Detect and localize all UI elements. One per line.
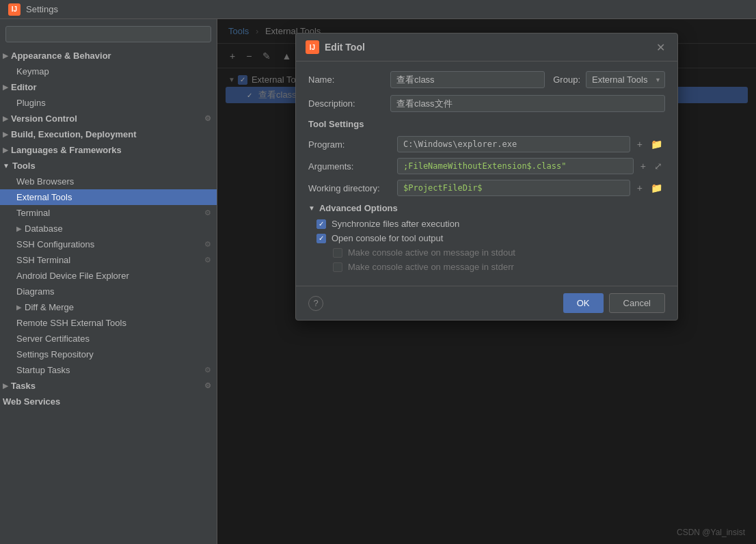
arrow-icon: ▶ [3,52,8,59]
dialog-title: Edit Tool [325,42,653,53]
sidebar-item-label: Plugins [16,98,46,108]
arguments-actions: + ⤢ [638,159,665,173]
group-select-wrapper: External Tools [586,71,665,88]
dialog-close-button[interactable]: ✕ [653,41,668,54]
make-active-stdout-label: Make console active on message in stdout [348,247,515,258]
arguments-input[interactable] [397,158,634,174]
sync-files-checkbox[interactable]: ✓ [316,219,326,229]
search-input[interactable] [5,26,211,42]
sidebar-item-label: Diagrams [16,286,55,297]
sidebar-item-diff-merge[interactable]: ▶ Diff & Merge [0,299,217,315]
dialog-header: IJ Edit Tool ✕ [296,33,677,62]
sidebar-item-editor[interactable]: ▶ Editor [0,79,217,95]
sidebar-item-terminal[interactable]: Terminal ⚙ [0,205,217,221]
sidebar-item-label: Web Services [3,396,60,407]
sidebar-item-tasks[interactable]: ▶ Tasks ⚙ [0,378,217,394]
sidebar-item-label: Tools [12,161,36,171]
edit-tool-dialog: IJ Edit Tool ✕ Name: Group: [295,33,678,321]
arrow-icon: ▼ [3,162,10,169]
app-title: Settings [26,4,58,14]
content-area: Tools › External Tools + − ✎ ▲ ▼ ⧉ ▼ ✓ E… [217,19,756,544]
open-console-checkbox[interactable]: ✓ [316,234,326,243]
sidebar-item-database[interactable]: ▶ Database [0,221,217,236]
program-add-button[interactable]: + [634,137,645,151]
program-label: Program: [308,139,397,150]
sidebar-item-remote-ssh[interactable]: Remote SSH External Tools [0,315,217,331]
sidebar-item-label: Appearance & Behavior [11,51,111,61]
ok-button[interactable]: OK [563,293,604,313]
sidebar-item-label: Database [25,223,63,234]
working-dir-add-button[interactable]: + [634,181,645,195]
program-browse-button[interactable]: 📁 [648,137,665,151]
arrow-icon: ▶ [16,303,22,311]
sidebar-item-android[interactable]: Android Device File Explorer [0,268,217,284]
sidebar-item-build[interactable]: ▶ Build, Execution, Deployment [0,126,217,142]
program-actions: + 📁 [634,137,665,151]
sync-files-row: ✓ Synchronize files after execution [308,219,665,229]
sidebar-item-ssh-terminal[interactable]: SSH Terminal ⚙ [0,252,217,268]
sidebar-item-languages[interactable]: ▶ Languages & Frameworks [0,142,217,158]
sidebar-item-label: Server Certificates [16,334,90,344]
arrow-icon: ▶ [3,146,8,154]
working-dir-input[interactable] [397,180,630,196]
arrow-icon: ▶ [3,131,8,138]
group-select[interactable]: External Tools [586,71,665,88]
sidebar-item-label: Build, Execution, Deployment [11,129,136,139]
sidebar-item-plugins[interactable]: Plugins [0,95,217,111]
arguments-row: Arguments: + ⤢ [308,158,665,174]
sidebar-item-appearance[interactable]: ▶ Appearance & Behavior [0,48,217,64]
app-logo: IJ [8,3,21,16]
sidebar-item-external-tools[interactable]: External Tools [0,189,217,205]
advanced-options-section: ▼ Advanced Options ✓ Synchronize files a… [308,203,665,272]
advanced-label: Advanced Options [319,203,398,213]
make-active-stderr-row: Make console active on message in stderr [308,262,665,272]
sidebar-item-keymap[interactable]: Keymap [0,64,217,79]
working-dir-browse-button[interactable]: 📁 [648,181,665,195]
sidebar-item-ssh-config[interactable]: SSH Configurations ⚙ [0,236,217,252]
sidebar-item-label: Editor [11,82,37,92]
sidebar-item-server-certs[interactable]: Server Certificates [0,331,217,346]
arguments-expand-button[interactable]: ⤢ [651,159,665,173]
arrow-icon: ▶ [3,115,8,122]
program-row: Program: + 📁 [308,136,665,152]
footer-action-buttons: OK Cancel [563,293,665,313]
sidebar-item-label: Tasks [11,381,36,391]
name-input[interactable] [390,71,545,88]
sidebar-item-label: Remote SSH External Tools [16,318,126,328]
group-label: Group: [553,74,580,85]
settings-icon: ⚙ [204,256,211,264]
name-row: Name: Group: External Tools [308,71,665,88]
dialog-overlay: IJ Edit Tool ✕ Name: Group: [217,19,756,544]
cancel-button[interactable]: Cancel [609,293,665,313]
sidebar-item-label: Keymap [16,66,49,77]
sidebar-item-label: Version Control [11,113,77,124]
open-console-label: Open console for tool output [332,233,443,243]
advanced-options-toggle[interactable]: ▼ Advanced Options [308,203,665,213]
help-button[interactable]: ? [308,296,323,311]
sidebar-item-label: Web Browsers [16,176,74,187]
sidebar-item-settings-repo[interactable]: Settings Repository [0,346,217,362]
description-input[interactable] [390,95,665,112]
description-label: Description: [308,98,390,109]
sidebar-item-startup-tasks[interactable]: Startup Tasks ⚙ [0,362,217,378]
sidebar-item-label: Android Device File Explorer [16,271,129,281]
sidebar-item-label: Settings Repository [16,349,94,359]
sidebar-item-label: Terminal [16,208,50,218]
working-dir-label: Working directory: [308,183,397,193]
dialog-logo: IJ [306,40,319,54]
sidebar-item-tools[interactable]: ▼ Tools [0,158,217,174]
sidebar-item-web-browsers[interactable]: Web Browsers [0,174,217,189]
make-active-stdout-checkbox[interactable] [333,248,342,258]
program-input[interactable] [397,136,630,152]
arguments-add-button[interactable]: + [638,159,649,173]
sidebar-item-diagrams[interactable]: Diagrams [0,284,217,299]
arrow-icon: ▶ [3,382,8,390]
arguments-label: Arguments: [308,161,397,172]
sidebar-item-web-services[interactable]: Web Services [0,394,217,409]
advanced-arrow-icon: ▼ [308,204,315,212]
sidebar-item-label: SSH Configurations [16,239,94,249]
make-active-stderr-checkbox[interactable] [333,262,342,272]
arrow-icon: ▶ [3,83,8,91]
settings-icon: ⚙ [204,366,211,375]
sidebar-item-version-control[interactable]: ▶ Version Control ⚙ [0,111,217,126]
